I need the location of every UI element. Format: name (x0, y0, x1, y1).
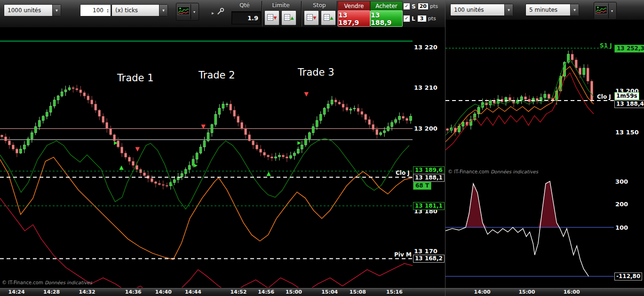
buy-arrow-icon: ▲ (330, 16, 334, 20)
candle-countdown-badge: 1m59s (614, 92, 639, 100)
limit-checkbox[interactable]: ✓ (403, 15, 410, 22)
stop-checkbox[interactable]: ✓ (403, 3, 410, 10)
qty-field[interactable]: 1.9 (231, 11, 261, 24)
timeframe-dropdown[interactable]: 5 minutes ▾ (525, 4, 579, 16)
chevron-down-icon: ▾ (52, 5, 61, 16)
right-signal-arrow-icon: ▶ (114, 140, 118, 146)
tick-count-value: 100 (80, 5, 105, 16)
up-signal-arrow-icon: ▲ (119, 164, 123, 170)
units-dropdown-value: 1000 unités (4, 5, 52, 16)
buy-header: Acheter (370, 1, 403, 10)
sell-arrow-icon: ▼ (313, 16, 317, 20)
order-ladder-icon (324, 14, 330, 23)
indicator-tick: 100 (615, 224, 628, 231)
stop-check-label: S (412, 3, 416, 10)
chart-style-button[interactable]: ▾ (176, 3, 199, 21)
chevron-down-icon[interactable]: ▾ (191, 4, 198, 19)
stop-pts-row: ✓ S 20 pts (403, 3, 438, 10)
chevron-down-icon[interactable]: ▾ (608, 3, 615, 18)
indicator-canvas (445, 179, 614, 284)
mini-chart-icon (595, 6, 607, 16)
right-toolbar: 100 unités ▾ 5 minutes ▾ ▾ (445, 0, 644, 20)
limit-sell-button[interactable]: ▼ (264, 10, 279, 25)
toolbar-separator (337, 1, 337, 26)
upper-band-price-badge: 13 189,6 (413, 166, 445, 174)
limit-pts-input[interactable]: 3 (417, 15, 427, 22)
time-axis-bar[interactable]: 14:2414:2814:3214:3614:4014:4414:5214:56… (0, 288, 644, 296)
time-label: 14:40 (155, 289, 172, 295)
mini-chart-icon (177, 7, 190, 17)
limit-pts-row: ✓ L 3 pts (403, 15, 436, 22)
stop-pts-unit: pts (430, 3, 438, 9)
order-ladder-icon (267, 14, 273, 23)
chevron-down-icon: ▾ (504, 4, 513, 16)
spinner-arrows-icon[interactable]: ▴▾ (105, 5, 111, 16)
time-label: 15:04 (321, 289, 338, 295)
right-chart[interactable]: S1 J Clo J © IT-Finance.com Données indi… (445, 20, 614, 176)
indicator-tick: 300 (615, 178, 628, 185)
down-signal-arrow-icon: ▼ (135, 146, 139, 152)
indicator-value-badge: -112,80 (614, 273, 642, 280)
main-time-axis: 14:2414:2814:3214:3614:4014:4414:5214:56… (0, 288, 413, 296)
right-chart-style-button[interactable]: ▾ (594, 2, 617, 20)
trade-arrows-layer: ▼▼▼▲▲▶▶▶ (0, 27, 413, 288)
time-label: 15:00 (518, 289, 535, 295)
time-label: 14:24 (8, 289, 25, 295)
timeframe-value: 5 minutes (526, 4, 570, 16)
copyright: © IT-Finance.com Données indicatives (2, 280, 92, 285)
chevron-down-icon: ▾ (159, 5, 167, 16)
copyright-note: Données indicatives (45, 280, 92, 285)
chevron-down-icon: ▾ (570, 4, 579, 16)
limit-buy-button[interactable]: ▲ (281, 10, 296, 25)
panel-expander-icon[interactable]: ▸ (212, 10, 214, 16)
sell-price: 13 187,9 (338, 11, 370, 26)
time-label: 14:36 (125, 289, 142, 295)
limit-pts-unit: pts (428, 16, 436, 22)
time-label: 14:28 (43, 289, 60, 295)
units-dropdown[interactable]: 1000 unités ▾ (4, 4, 61, 16)
price-tick: 13 220 (414, 44, 437, 51)
tick-count-input[interactable]: 100 ▴▾ (80, 4, 111, 16)
s1-marker: S1 J (600, 42, 612, 49)
s1-price-badge: 13 252,3 (614, 45, 644, 53)
panel-divider[interactable] (445, 0, 445, 296)
up-signal-arrow-icon: ▲ (266, 171, 270, 176)
price-tick: 13 200 (414, 125, 437, 132)
main-chart[interactable]: Trade 1 Trade 2 Trade 3 Clo J Piv M ▼▼▼▲… (0, 27, 413, 288)
pivot-price-badge: 13 168,2 (413, 255, 445, 263)
time-label: 15:00 (286, 289, 302, 295)
right-price-axis[interactable]: 13 252,3 13 200 1m59s 13 188,4 13 150 30… (614, 20, 644, 288)
toolbar-separator (301, 1, 302, 26)
sell-button[interactable]: 13 187,9 (338, 10, 370, 27)
last-price-badge: 13 188,4 (614, 100, 644, 108)
price-tick: 13 170 (414, 248, 437, 255)
right-signal-arrow-icon: ▶ (194, 163, 198, 168)
time-label: 14:56 (258, 289, 274, 295)
sell-header: Vendre (338, 1, 370, 10)
tick-type-dropdown[interactable]: (x) ticks ▾ (111, 4, 168, 16)
copyright-note: Données indicatives (491, 169, 538, 174)
main-price-axis[interactable]: 13 220 13 210 13 200 13 180 13 170 13 18… (413, 27, 445, 288)
wrench-icon[interactable] (217, 8, 224, 17)
buy-button[interactable]: 13 188,9 (370, 10, 403, 27)
time-label: 14:52 (230, 289, 246, 295)
right-copyright: © IT-Finance.com Données indicatives (448, 169, 538, 174)
qty-label: Qté (232, 2, 257, 8)
price-tick: 13 210 (414, 84, 437, 91)
time-label: 14:32 (79, 289, 95, 295)
close-price-badge: 13 188,1 (413, 174, 445, 182)
right-clo-j-marker: Clo J (597, 93, 611, 100)
time-label: 15:08 (350, 289, 366, 295)
stop-sell-button[interactable]: ▼ (304, 10, 319, 25)
down-signal-arrow-icon: ▼ (304, 91, 308, 97)
price-tick: 13 150 (615, 129, 639, 136)
right-units-dropdown[interactable]: 100 unités ▾ (450, 4, 513, 16)
limit-check-label: L (412, 16, 415, 22)
buy-arrow-icon: ▲ (291, 16, 294, 20)
right-signal-arrow-icon: ▶ (297, 140, 301, 146)
copyright-text: © IT-Finance.com (2, 280, 43, 285)
stop-buy-button[interactable]: ▲ (321, 10, 336, 25)
stop-pts-input[interactable]: 20 (418, 3, 429, 10)
order-ladder-icon (284, 14, 290, 23)
indicator-chart[interactable] (445, 179, 614, 284)
